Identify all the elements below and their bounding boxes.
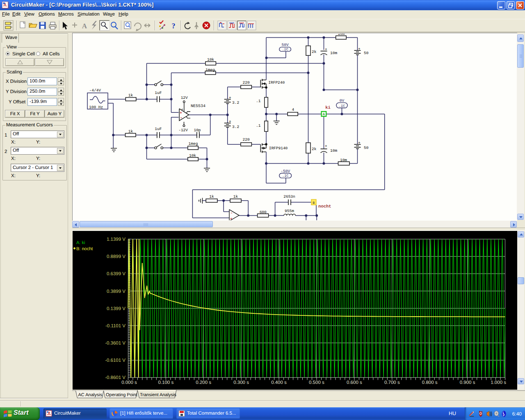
svg-text:10k: 10k xyxy=(189,153,196,158)
svg-text:0.6399 V: 0.6399 V xyxy=(107,272,126,276)
svg-text:2653n: 2653n xyxy=(283,194,295,199)
svg-text:10m: 10m xyxy=(340,158,347,162)
svg-text:+: + xyxy=(358,141,361,145)
svg-text:+: + xyxy=(180,111,182,116)
svg-text:0.700 s: 0.700 s xyxy=(384,380,400,385)
svg-text:0.900 s: 0.900 s xyxy=(460,380,475,385)
svg-text:+: + xyxy=(325,47,327,52)
svg-text:3.2: 3.2 xyxy=(232,125,239,129)
svg-text:-12V: -12V xyxy=(178,128,188,132)
svg-text:-: - xyxy=(180,116,183,121)
svg-text:IRFP9140: IRFP9140 xyxy=(269,146,288,151)
svg-text:10p: 10p xyxy=(194,128,201,132)
svg-text:0.500 s: 0.500 s xyxy=(309,380,324,385)
svg-text:+: + xyxy=(230,217,232,221)
svg-text:+: + xyxy=(358,47,361,51)
svg-text:ki: ki xyxy=(325,105,331,110)
svg-text:50: 50 xyxy=(364,51,369,55)
svg-text:10m: 10m xyxy=(330,148,337,153)
svg-text:1.1399 V: 1.1399 V xyxy=(107,237,126,242)
svg-text:0.600 s: 0.600 s xyxy=(347,380,362,385)
svg-text:1uF: 1uF xyxy=(155,91,162,95)
svg-text:IRFP240: IRFP240 xyxy=(268,80,285,85)
svg-text:3.2: 3.2 xyxy=(232,100,239,105)
svg-text:B: B xyxy=(313,201,315,205)
svg-text:0.300 s: 0.300 s xyxy=(233,380,249,385)
svg-text:0.200 s: 0.200 s xyxy=(196,380,211,385)
svg-text:1k: 1k xyxy=(128,129,133,134)
svg-text:4: 4 xyxy=(292,107,294,112)
svg-text:.IC: .IC xyxy=(282,174,288,178)
svg-text:-4/4V: -4/4V xyxy=(89,88,101,93)
svg-text:10m: 10m xyxy=(338,34,345,36)
svg-text:0.1399 V: 0.1399 V xyxy=(107,306,126,311)
svg-text:?: ? xyxy=(172,22,176,30)
svg-text:-: - xyxy=(231,211,233,216)
svg-text:+: + xyxy=(229,96,231,100)
svg-text:1meg: 1meg xyxy=(189,142,198,146)
svg-text:1k: 1k xyxy=(128,93,133,98)
svg-text:Operating Point: Operating Point xyxy=(106,393,137,397)
svg-text:12V: 12V xyxy=(181,96,188,100)
svg-text:.1: .1 xyxy=(256,123,261,128)
svg-text:1k: 1k xyxy=(233,194,238,199)
svg-text:0.000 s: 0.000 s xyxy=(121,380,137,385)
svg-text:50V: 50V xyxy=(282,43,289,47)
svg-text:A: ki: A: ki xyxy=(76,240,85,245)
svg-text:A: A xyxy=(82,22,87,30)
svg-text:0.400 s: 0.400 s xyxy=(271,380,287,385)
svg-text:+: + xyxy=(325,144,327,148)
svg-text:+: + xyxy=(229,119,231,124)
svg-text:-0.8601 V: -0.8601 V xyxy=(105,375,126,380)
svg-text:600: 600 xyxy=(260,210,267,215)
svg-text:10m: 10m xyxy=(330,51,337,55)
svg-text:1uF: 1uF xyxy=(155,127,162,131)
svg-text:-0.1101 V: -0.1101 V xyxy=(105,324,126,329)
svg-text:nocht: nocht xyxy=(318,204,331,209)
svg-text:0.8899 V: 0.8899 V xyxy=(107,254,126,259)
svg-text:B: nocht: B: nocht xyxy=(76,247,93,251)
svg-text:100 Hz: 100 Hz xyxy=(89,105,103,110)
svg-text:1.000 s: 1.000 s xyxy=(491,380,506,385)
svg-text:A: A xyxy=(323,112,325,116)
svg-text:Transient Analysis: Transient Analysis xyxy=(140,393,176,397)
svg-text:-50V: -50V xyxy=(281,169,290,173)
svg-text:0.800 s: 0.800 s xyxy=(422,380,438,385)
svg-text:-0.3601 V: -0.3601 V xyxy=(105,341,126,346)
svg-text:.IC: .IC xyxy=(339,104,345,108)
svg-text:10k: 10k xyxy=(207,57,214,62)
svg-text:1meg: 1meg xyxy=(205,68,215,72)
svg-text:220: 220 xyxy=(243,80,250,85)
svg-text:.1: .1 xyxy=(256,99,261,103)
svg-text:-0.6101 V: -0.6101 V xyxy=(105,358,126,363)
svg-text:955m: 955m xyxy=(285,209,294,213)
svg-text:0.100 s: 0.100 s xyxy=(158,380,173,385)
svg-text:50: 50 xyxy=(364,146,369,150)
svg-text:2k: 2k xyxy=(312,50,317,54)
svg-text:0.3899 V: 0.3899 V xyxy=(107,289,126,294)
svg-text:220: 220 xyxy=(243,137,250,142)
svg-text:NE5534: NE5534 xyxy=(191,104,205,109)
svg-text:AC Analysis: AC Analysis xyxy=(78,393,103,397)
svg-text:0V: 0V xyxy=(340,98,345,103)
svg-text:.IC: .IC xyxy=(282,48,288,52)
svg-text:2k: 2k xyxy=(312,147,317,151)
svg-text:1k: 1k xyxy=(209,194,214,199)
